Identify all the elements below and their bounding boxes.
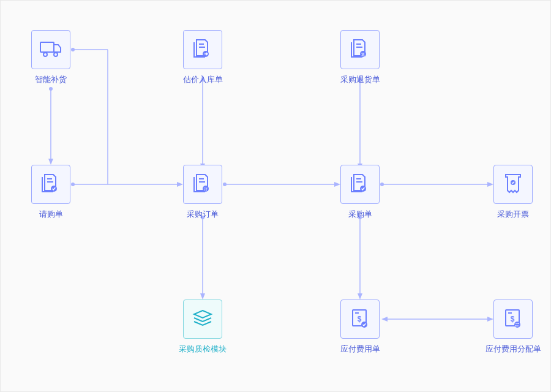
svg-point-32 (54, 53, 58, 56)
node-purchase[interactable]: 采购单 (332, 165, 388, 220)
node-estimate-in[interactable]: 估价入库单 (175, 30, 230, 85)
node-label: 应付费用单 (340, 344, 380, 355)
doc-order-icon: 订 (183, 165, 222, 204)
doc-money-icon: $ (340, 300, 380, 339)
layers-icon (183, 300, 222, 339)
node-label: 采购单 (348, 209, 372, 220)
node-label: 采购质检模块 (179, 344, 227, 355)
svg-marker-23 (358, 293, 362, 300)
doc-check-icon (340, 165, 380, 204)
node-purchase-order[interactable]: 订 采购订单 (175, 165, 230, 220)
svg-text:订: 订 (204, 187, 208, 191)
node-label: 智能补货 (35, 74, 67, 85)
node-smart-replenish[interactable]: 智能补货 (23, 30, 78, 85)
svg-text:退: 退 (361, 53, 365, 56)
node-label: 请购单 (39, 209, 63, 220)
node-payable[interactable]: $ 应付费用单 (332, 300, 388, 355)
truck-icon (31, 30, 70, 69)
svg-marker-2 (48, 159, 53, 165)
node-label: 估价入库单 (183, 74, 223, 85)
node-payable-alloc[interactable]: $ 应付费用分配单 (478, 300, 548, 355)
doc-return-icon: 退 (340, 30, 380, 69)
svg-rect-30 (40, 42, 54, 52)
invoice-icon (493, 165, 533, 204)
svg-text:$: $ (511, 315, 515, 323)
node-request[interactable]: 请购单 (23, 165, 78, 220)
node-label: 采购开票 (497, 209, 529, 220)
svg-point-31 (43, 53, 47, 56)
svg-marker-14 (200, 293, 205, 300)
svg-point-58 (514, 322, 520, 328)
node-label: 采购订单 (187, 209, 219, 220)
svg-text:$: $ (358, 315, 362, 323)
node-quality-check[interactable]: 采购质检模块 (175, 300, 230, 355)
svg-point-0 (49, 87, 53, 91)
doc-arrow-icon (183, 30, 222, 69)
node-label: 采购退货单 (340, 74, 380, 85)
node-return[interactable]: 退 采购退货单 (332, 30, 388, 85)
connector-lines (1, 1, 551, 392)
node-label: 应付费用分配单 (485, 344, 541, 355)
doc-money-swap-icon: $ (493, 300, 533, 339)
node-invoice[interactable]: 采购开票 (485, 165, 541, 220)
doc-check-icon (31, 165, 70, 204)
